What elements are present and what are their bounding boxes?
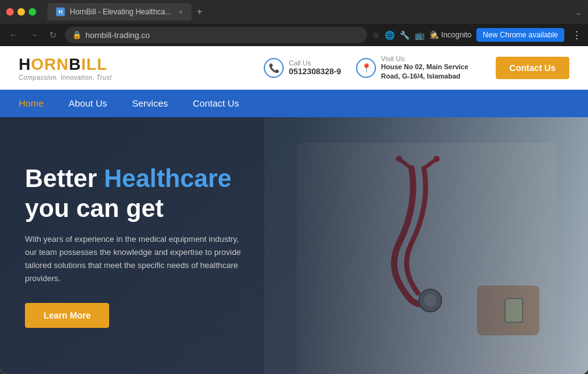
header-contact: 📞 Call Us 0512308328-9 📍 Visit Us: House…	[264, 55, 569, 80]
nav-link-home[interactable]: Home	[19, 98, 44, 108]
call-label: Call Us	[289, 59, 341, 67]
back-button[interactable]: ←	[6, 29, 21, 41]
nav-link-contact[interactable]: Contact Us	[193, 98, 239, 108]
lock-icon: 🔒	[72, 31, 82, 39]
incognito-label: Incognito	[441, 31, 472, 39]
nav-items-list: Home About Us Services Contact Us	[19, 98, 239, 109]
nav-link-about[interactable]: About Us	[69, 98, 107, 108]
learn-more-button[interactable]: Learn More	[25, 303, 109, 328]
hero-content: Better Healthcare you can get With years…	[0, 163, 274, 327]
location-icon: 📍	[356, 58, 376, 78]
phone-icon: 📞	[264, 58, 284, 78]
browser-frame: H HornBill - Elevating Healthca... × + ⌄…	[0, 0, 588, 374]
tab-favicon: H	[56, 7, 65, 16]
visit-contact-item: 📍 Visit Us: House No 02, Main Service Ro…	[356, 55, 481, 80]
logo-ill: ILL	[81, 55, 107, 74]
window-menu-icon[interactable]: ⌄	[575, 7, 582, 17]
hero-title-highlight: Healthcare	[104, 165, 232, 192]
hero-title-part2: you can get	[25, 194, 163, 222]
nav-item-services[interactable]: Services	[132, 98, 168, 109]
close-tab-icon[interactable]: ×	[179, 8, 183, 16]
incognito-badge: 🕵 Incognito	[430, 31, 472, 39]
tab-bar: H HornBill - Elevating Healthca... × +	[47, 3, 570, 21]
cast-icon[interactable]: 📺	[415, 31, 425, 40]
hero-title: Better Healthcare you can get	[25, 163, 249, 223]
call-contact-item: 📞 Call Us 0512308328-9	[264, 58, 341, 78]
nav-item-about[interactable]: About Us	[69, 98, 107, 109]
nav-item-contact[interactable]: Contact Us	[193, 98, 239, 109]
new-tab-button[interactable]: +	[191, 6, 207, 17]
logo-text: HORNBILL	[19, 55, 112, 74]
browser-menu-icon[interactable]: ⋮	[572, 29, 582, 41]
hero-description: With years of experience in the medical …	[25, 233, 249, 285]
reload-button[interactable]: ↻	[46, 29, 60, 41]
logo-horn: HORNB	[19, 55, 81, 74]
active-tab[interactable]: H HornBill - Elevating Healthca... ×	[47, 3, 191, 21]
nav-item-home[interactable]: Home	[19, 98, 44, 109]
incognito-icon: 🕵	[430, 31, 439, 39]
phone-number: 0512308328-9	[289, 67, 341, 76]
tab-title: HornBill - Elevating Healthca...	[70, 7, 171, 16]
visit-info: Visit Us: House No 02, Main Service Road…	[381, 55, 481, 80]
extension-icon[interactable]: 🔧	[400, 31, 410, 40]
address-bar-input[interactable]: 🔒 hornbill-trading.co	[65, 27, 367, 43]
address-bar: ← → ↻ 🔒 hornbill-trading.co ☆ 🌐 🔧 📺 🕵 In…	[0, 24, 588, 46]
website-content: HORNBILL Compassion. Innovation. Trust 📞…	[0, 46, 588, 374]
close-window-button[interactable]	[6, 8, 14, 16]
chrome-update-button[interactable]: New Chrome available	[476, 28, 564, 42]
bookmark-icon[interactable]: ☆	[372, 31, 380, 40]
logo-tagline: Compassion. Innovation. Trust	[19, 74, 112, 81]
forward-button[interactable]: →	[26, 29, 41, 41]
header-contact-us-button[interactable]: Contact Us	[496, 57, 569, 79]
address-right-icons: ☆ 🌐 🔧 📺	[372, 31, 425, 40]
hero-title-part1: Better	[25, 165, 104, 192]
nav-link-services[interactable]: Services	[132, 98, 168, 108]
visit-label: Visit Us:	[381, 55, 481, 62]
title-bar: H HornBill - Elevating Healthca... × + ⌄	[0, 0, 588, 24]
address-text: House No 02, Main Service Road, G-16/4, …	[381, 62, 481, 80]
traffic-lights	[6, 8, 36, 16]
site-header: HORNBILL Compassion. Innovation. Trust 📞…	[0, 46, 588, 90]
call-info: Call Us 0512308328-9	[289, 59, 341, 76]
url-text: hornbill-trading.co	[85, 31, 360, 40]
maximize-window-button[interactable]	[29, 8, 36, 16]
site-navigation: Home About Us Services Contact Us	[0, 90, 588, 117]
minimize-window-button[interactable]	[17, 8, 25, 16]
hero-section: Better Healthcare you can get With years…	[0, 117, 588, 374]
logo: HORNBILL Compassion. Innovation. Trust	[19, 55, 112, 81]
globe-icon[interactable]: 🌐	[385, 31, 395, 40]
